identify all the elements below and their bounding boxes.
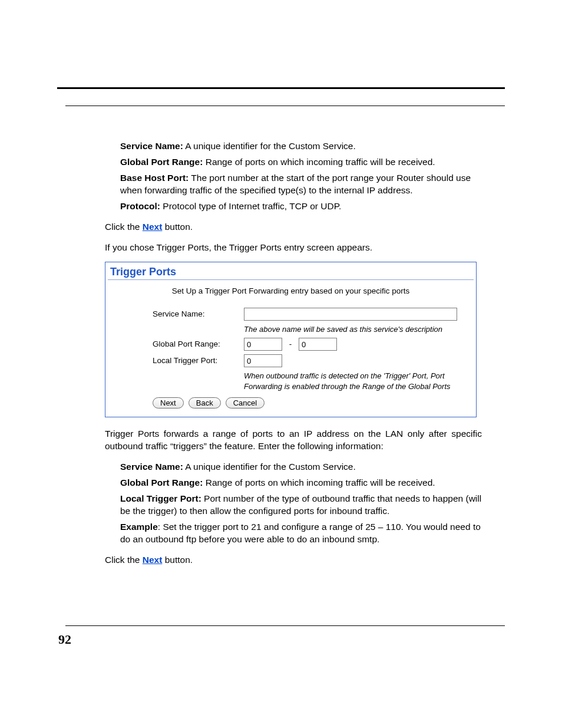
text: Range of ports on which incoming traffic…	[203, 477, 435, 487]
row-global-port-range: Global Port Range: -	[105, 338, 476, 351]
label: Protocol:	[120, 201, 160, 211]
text: Range of ports on which incoming traffic…	[203, 157, 435, 167]
label: Base Host Port:	[120, 173, 189, 183]
service-name-input[interactable]	[244, 308, 457, 321]
text: A unique identifier for the Custom Servi…	[183, 141, 356, 151]
text-after: button.	[162, 222, 193, 232]
label: Global Port Range:	[120, 477, 203, 487]
label: Example	[120, 522, 158, 532]
label: Service Name:	[120, 462, 183, 472]
click-next-1: Click the Next button.	[105, 221, 482, 233]
back-button[interactable]: Back	[189, 397, 221, 409]
panel-title: Trigger Ports	[105, 262, 476, 279]
cancel-button[interactable]: Cancel	[226, 397, 265, 409]
next-link-2[interactable]: Next	[143, 555, 163, 565]
def-service-name: Service Name: A unique identifier for th…	[105, 140, 482, 153]
def2-service-name: Service Name: A unique identifier for th…	[105, 461, 482, 473]
local-trigger-port-input[interactable]	[244, 354, 282, 367]
dash: -	[285, 340, 297, 348]
service-name-hint: The above name will be saved as this ser…	[244, 324, 456, 335]
header-rule-thick	[57, 87, 505, 89]
panel-intro: Set Up a Trigger Port Forwarding entry b…	[105, 286, 476, 297]
trigger-ports-panel: Trigger Ports Set Up a Trigger Port Forw…	[105, 262, 477, 417]
text: A unique identifier for the Custom Servi…	[183, 462, 356, 472]
def2-global-port-range: Global Port Range: Range of ports on whi…	[105, 477, 482, 489]
local-trigger-hint: When outbound traffic is detected on the…	[244, 371, 468, 391]
trigger-ports-desc: Trigger Ports forwards a range of ports …	[105, 428, 482, 453]
text-after: button.	[162, 555, 193, 565]
row-local-trigger-port: Local Trigger Port: When outbound traffi…	[105, 354, 476, 391]
global-port-to-input[interactable]	[299, 338, 337, 351]
def-protocol: Protocol: Protocol type of Internet traf…	[105, 200, 482, 213]
page-number: 92	[58, 632, 71, 647]
label-service-name: Service Name:	[105, 308, 244, 319]
page-content: Service Name: A unique identifier for th…	[105, 140, 482, 575]
def2-example: Example: Set the trigger port to 21 and …	[105, 521, 482, 546]
global-port-from-input[interactable]	[244, 338, 282, 351]
footer-rule	[65, 625, 505, 626]
def-global-port-range: Global Port Range: Range of ports on whi…	[105, 156, 482, 169]
header-rule-thin	[65, 106, 505, 106]
label: Global Port Range:	[120, 157, 203, 167]
panel-rule	[108, 279, 474, 280]
next-link[interactable]: Next	[143, 222, 163, 232]
click-next-2: Click the Next button.	[105, 554, 482, 566]
panel-buttons: Next Back Cancel	[105, 397, 476, 409]
label: Local Trigger Port:	[120, 493, 201, 503]
text: : Set the trigger port to 21 and configu…	[120, 522, 481, 544]
label-local-trigger-port: Local Trigger Port:	[105, 354, 244, 366]
def-base-host-port: Base Host Port: The port number at the s…	[105, 172, 482, 197]
next-button[interactable]: Next	[153, 397, 184, 409]
row-service-name: Service Name: The above name will be sav…	[105, 308, 476, 335]
text-before: Click the	[105, 222, 143, 232]
text: Protocol type of Internet traffic, TCP o…	[160, 201, 341, 211]
label-global-port-range: Global Port Range:	[105, 338, 244, 350]
def2-local-trigger-port: Local Trigger Port: Port number of the t…	[105, 493, 482, 518]
label: Service Name:	[120, 141, 183, 151]
text-before: Click the	[105, 555, 143, 565]
lead-trigger-ports: If you chose Trigger Ports, the Trigger …	[105, 242, 482, 254]
